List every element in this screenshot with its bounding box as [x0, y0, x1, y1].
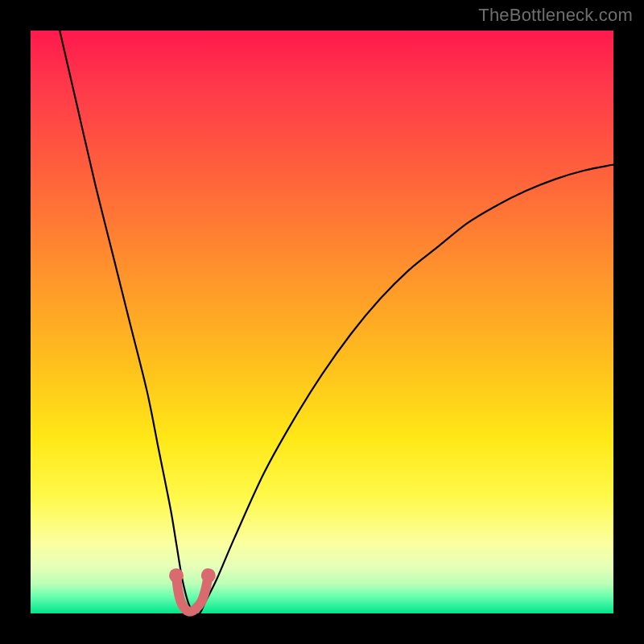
highlight-dot-end [201, 568, 216, 583]
bottleneck-curve [60, 31, 613, 615]
curve-layer [31, 31, 613, 613]
watermark-text: TheBottleneck.com [478, 5, 633, 26]
chart-frame: TheBottleneck.com [0, 0, 644, 644]
chart-plot-area [31, 31, 613, 613]
highlight-dot-start [169, 568, 184, 583]
highlight-segment [176, 576, 208, 612]
